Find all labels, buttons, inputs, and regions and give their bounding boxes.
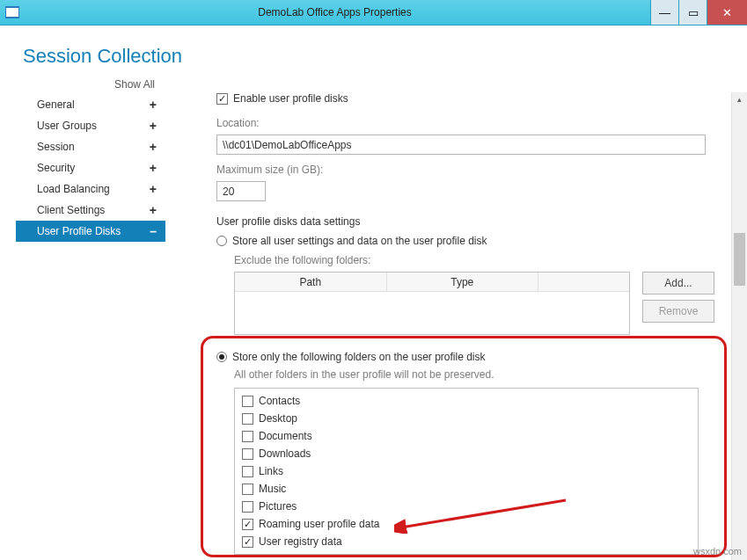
close-button[interactable]: ✕ bbox=[707, 0, 747, 25]
location-input[interactable] bbox=[216, 135, 706, 155]
scroll-up-icon[interactable]: ▴ bbox=[732, 92, 747, 107]
expand-icon: + bbox=[150, 162, 157, 174]
sidebar-item-label: User Groups bbox=[37, 120, 97, 132]
scroll-thumb[interactable] bbox=[734, 233, 745, 286]
data-settings-header: User profile disks data settings bbox=[216, 215, 725, 228]
vertical-scrollbar[interactable]: ▴ bbox=[731, 92, 747, 560]
sidebar-item-label: Load Balancing bbox=[37, 183, 110, 195]
show-all-link[interactable]: Show All bbox=[114, 78, 155, 91]
store-all-radio[interactable] bbox=[216, 236, 227, 246]
sidebar-item-label: Security bbox=[37, 162, 75, 174]
minimize-button[interactable]: — bbox=[650, 0, 678, 25]
expand-icon: + bbox=[150, 204, 157, 216]
enable-profile-disks-label: Enable user profile disks bbox=[233, 92, 348, 105]
page-heading: Session Collection bbox=[23, 45, 182, 68]
location-label: Location: bbox=[216, 117, 725, 129]
app-icon bbox=[5, 6, 19, 18]
watermark: wsxdn.com bbox=[693, 546, 742, 556]
sidebar-item-label: Client Settings bbox=[37, 204, 105, 216]
col-empty bbox=[538, 273, 629, 291]
annotation-arrow-icon bbox=[394, 498, 570, 534]
sidebar-item-user-profile-disks[interactable]: User Profile Disks – bbox=[16, 221, 165, 242]
add-button[interactable]: Add... bbox=[642, 272, 714, 295]
exclude-label: Exclude the following folders: bbox=[234, 254, 725, 266]
sidebar-item-label: User Profile Disks bbox=[37, 225, 121, 237]
sidebar-item-load-balancing[interactable]: Load Balancing + bbox=[16, 178, 165, 200]
sidebar-item-label: General bbox=[37, 98, 75, 111]
title-bar: DemoLab Office Apps Properties — ▭ ✕ bbox=[0, 0, 747, 25]
maxsize-label: Maximum size (in GB): bbox=[216, 164, 725, 176]
expand-icon: + bbox=[150, 98, 157, 111]
sidebar-item-session[interactable]: Session + bbox=[16, 136, 165, 157]
col-type[interactable]: Type bbox=[387, 273, 539, 291]
sidebar-item-label: Session bbox=[37, 141, 75, 153]
maximize-button[interactable]: ▭ bbox=[678, 0, 707, 25]
col-path[interactable]: Path bbox=[235, 273, 387, 291]
sidebar-item-client-settings[interactable]: Client Settings + bbox=[16, 200, 165, 221]
maxsize-input[interactable] bbox=[216, 181, 266, 201]
svg-line-0 bbox=[401, 500, 566, 527]
remove-button[interactable]: Remove bbox=[642, 300, 714, 323]
sidebar-item-general[interactable]: General + bbox=[16, 94, 165, 115]
expand-icon: + bbox=[150, 120, 157, 132]
exclude-table-body[interactable] bbox=[235, 292, 629, 334]
expand-icon: + bbox=[150, 183, 157, 195]
sidebar-item-user-groups[interactable]: User Groups + bbox=[16, 115, 165, 136]
collapse-icon: – bbox=[150, 225, 157, 237]
exclude-folders-table: Path Type bbox=[234, 272, 630, 335]
sidebar: General + User Groups + Session + Securi… bbox=[16, 94, 165, 242]
expand-icon: + bbox=[150, 141, 157, 153]
window-title: DemoLab Office Apps Properties bbox=[19, 0, 650, 25]
enable-profile-disks-checkbox[interactable] bbox=[216, 93, 228, 105]
store-all-label: Store all user settings and data on the … bbox=[232, 235, 487, 247]
sidebar-item-security[interactable]: Security + bbox=[16, 157, 165, 178]
